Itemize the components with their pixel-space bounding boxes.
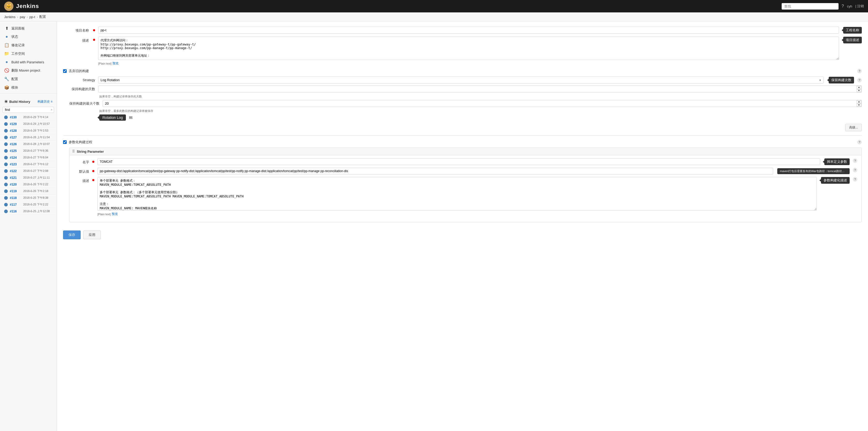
build-link[interactable]: #121 bbox=[10, 176, 21, 179]
login-text[interactable]: | 注销 bbox=[855, 4, 864, 8]
param-default-row: 默认值 maven打包后需要发布的War包路径：tomcat路径，多个项目 ? bbox=[74, 168, 858, 174]
parameterize-checkbox[interactable] bbox=[63, 140, 67, 144]
param-name-help-icon[interactable]: ? bbox=[853, 158, 858, 163]
sidebar-config-label: 配置 bbox=[11, 77, 18, 81]
sidebar-item-status[interactable]: ● 状态 bbox=[0, 33, 57, 41]
build-list-item[interactable]: #122 2018-6-27 下午2:08 bbox=[0, 168, 57, 174]
rotation-log-tooltip: Rotation Log bbox=[99, 114, 126, 121]
breadcrumb-jenkins[interactable]: Jenkins bbox=[4, 15, 16, 19]
discard-old-builds-checkbox[interactable] bbox=[63, 69, 67, 73]
strategy-select[interactable]: Log Rotation Circular (Incremental) bbox=[98, 76, 824, 84]
project-name-input[interactable] bbox=[98, 27, 839, 34]
search-input[interactable] bbox=[782, 3, 839, 9]
build-link[interactable]: #123 bbox=[10, 163, 21, 166]
build-link[interactable]: #124 bbox=[10, 156, 21, 159]
keep-days-up-btn[interactable]: ▲ bbox=[857, 86, 861, 89]
param-desc-tooltip: 参数构建化描述 bbox=[821, 177, 850, 184]
sidebar-item-build-params[interactable]: ● Build with Parameters bbox=[0, 58, 57, 66]
build-list-item[interactable]: #129 2018-6-29 上午10:57 bbox=[0, 121, 57, 127]
build-search-inner: × bbox=[3, 107, 54, 113]
sidebar-item-workspace[interactable]: 📁 工作空间 bbox=[0, 49, 57, 58]
sidebar-item-config[interactable]: 🔧 配置 bbox=[0, 75, 57, 83]
keep-max-input-wrap: ▲ ▼ bbox=[103, 100, 862, 107]
breadcrumb-config: 配置 bbox=[39, 14, 46, 19]
param-desc-textarea[interactable] bbox=[97, 177, 817, 210]
description-label: 描述 bbox=[63, 37, 89, 43]
discard-old-builds-help-icon[interactable]: ? bbox=[857, 69, 862, 73]
build-status-ball bbox=[4, 115, 8, 119]
build-list-item[interactable]: #123 2018-6-27 下午6:12 bbox=[0, 161, 57, 168]
help-icon[interactable]: ? bbox=[842, 4, 844, 8]
build-time: 2018-6-25 下午8:38 bbox=[23, 196, 48, 200]
build-time: 2018-6-29 上午10:57 bbox=[23, 122, 50, 126]
build-link[interactable]: #128 bbox=[10, 129, 21, 133]
build-time: 2018-6-28 上午11:54 bbox=[23, 135, 50, 139]
build-list-item[interactable]: #120 2018-6-26 下午2:22 bbox=[0, 181, 57, 188]
param-desc-field: [Plain text] 预览 参数构建化描述 bbox=[92, 177, 850, 216]
breadcrumb-pay[interactable]: pay bbox=[20, 15, 25, 19]
string-param-body: 名字 脚本定义参数 ? 默认值 maven打包后需要发布的War包路径：tomc… bbox=[69, 155, 862, 222]
keep-max-label: 保持构建的最大个数 bbox=[69, 101, 99, 106]
save-button[interactable]: 保存 bbox=[63, 231, 81, 239]
sidebar-item-back[interactable]: ⬆ 返回面板 bbox=[0, 24, 57, 33]
param-desc-preview-link[interactable]: 预览 bbox=[112, 212, 118, 216]
keep-days-input[interactable] bbox=[98, 86, 862, 93]
build-history-section: ☀ Build History 构建历史 ≡ × #130 2018-6-29 bbox=[0, 95, 57, 215]
description-preview-link[interactable]: 预览 bbox=[113, 61, 119, 66]
status-icon: ● bbox=[4, 34, 9, 39]
build-list-item[interactable]: #127 2018-6-28 上午11:54 bbox=[0, 134, 57, 141]
strategy-help-icon[interactable]: ? bbox=[857, 78, 862, 82]
description-textarea[interactable] bbox=[98, 37, 839, 60]
build-list-item[interactable]: #116 2018-6-25 上午12:08 bbox=[0, 208, 57, 215]
build-link[interactable]: #126 bbox=[10, 142, 21, 146]
param-name-input[interactable] bbox=[97, 158, 820, 165]
build-link[interactable]: #127 bbox=[10, 136, 21, 139]
param-desc-required-dot bbox=[92, 179, 94, 181]
build-link[interactable]: #120 bbox=[10, 183, 21, 186]
build-search-clear-icon[interactable]: × bbox=[51, 108, 53, 112]
build-list-item[interactable]: #121 2018-6-27 上午11:11 bbox=[0, 174, 57, 181]
build-link[interactable]: #130 bbox=[10, 115, 21, 119]
build-time: 2018-6-25 上午12:08 bbox=[23, 209, 50, 213]
build-search-input[interactable] bbox=[3, 107, 54, 113]
keep-max-down-btn[interactable]: ▼ bbox=[857, 104, 861, 107]
advanced-btn-wrap: 高级... bbox=[69, 124, 862, 131]
param-desc-help-icon[interactable]: ? bbox=[853, 177, 858, 181]
keep-max-input[interactable] bbox=[103, 100, 862, 107]
keep-days-down-btn[interactable]: ▼ bbox=[857, 89, 861, 93]
build-list-item[interactable]: #119 2018-6-26 下午2:18 bbox=[0, 188, 57, 195]
build-link[interactable]: #122 bbox=[10, 169, 21, 173]
parameterize-row: 参数化构建过程 ? bbox=[63, 140, 862, 144]
build-list-item[interactable]: #128 2018-6-28 下午2:53 bbox=[0, 127, 57, 134]
build-list-item[interactable]: #117 2018-6-25 下午2:22 bbox=[0, 201, 57, 208]
advanced-button[interactable]: 高级... bbox=[845, 124, 862, 131]
keep-max-up-btn[interactable]: ▲ bbox=[857, 100, 861, 104]
build-list-item[interactable]: #118 2018-6-25 下午8:38 bbox=[0, 195, 57, 201]
strategy-label: Strategy bbox=[69, 78, 95, 82]
header: 🐱 Jenkins ? cyh | 注销 bbox=[0, 0, 868, 12]
param-name-required-dot bbox=[92, 161, 94, 163]
param-default-help-icon[interactable]: ? bbox=[853, 168, 858, 172]
breadcrumb-ppt[interactable]: pp-t bbox=[29, 15, 35, 19]
drag-handle-icon[interactable]: ⠿ bbox=[72, 150, 75, 154]
build-link[interactable]: #118 bbox=[10, 196, 21, 200]
build-history-header: ☀ Build History 构建历史 ≡ bbox=[0, 98, 57, 106]
parameterize-help-icon[interactable]: ? bbox=[857, 140, 862, 144]
param-default-input[interactable] bbox=[97, 168, 773, 174]
build-link[interactable]: #129 bbox=[10, 122, 21, 126]
build-link[interactable]: #119 bbox=[10, 189, 21, 193]
sidebar-item-changes[interactable]: 📋 修改记录 bbox=[0, 41, 57, 49]
apply-button[interactable]: 应用 bbox=[83, 231, 101, 239]
build-list-item[interactable]: #126 2018-6-28 上午10:07 bbox=[0, 141, 57, 147]
sidebar-item-delete[interactable]: 🚫 删除 Maven project bbox=[0, 66, 57, 75]
sidebar-item-modules[interactable]: 📦 模块 bbox=[0, 83, 57, 92]
build-history-label: Build History bbox=[9, 100, 30, 104]
build-history-link[interactable]: 构建历史 ≡ bbox=[37, 99, 53, 104]
build-list-item[interactable]: #125 2018-6-27 下午8:36 bbox=[0, 147, 57, 154]
build-link[interactable]: #117 bbox=[10, 203, 21, 206]
build-link[interactable]: #116 bbox=[10, 209, 21, 213]
build-list-item[interactable]: #124 2018-6-27 下午8:04 bbox=[0, 154, 57, 161]
build-list-item[interactable]: #130 2018-6-29 下午4:14 bbox=[0, 114, 57, 121]
build-link[interactable]: #125 bbox=[10, 149, 21, 153]
build-list: #130 2018-6-29 下午4:14 #129 2018-6-29 上午1… bbox=[0, 114, 57, 215]
